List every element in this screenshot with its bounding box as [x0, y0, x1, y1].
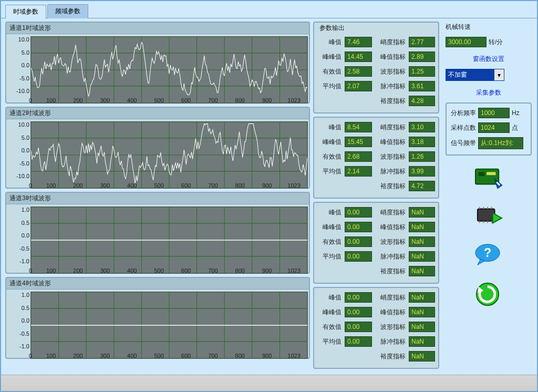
sample-points-value[interactable]: 1024: [478, 122, 510, 133]
val-ch4-rms: 0.00: [345, 322, 372, 332]
tab-time-domain[interactable]: 时域参数: [5, 5, 46, 19]
val-ch3-impulse: NaN: [409, 251, 435, 262]
yaxis-ch4: 1.00.50.0-0.5-1.0: [6, 290, 30, 358]
val-ch3-kurt: NaN: [409, 207, 435, 218]
val-ch4-kurt: NaN: [409, 292, 435, 303]
taskbar[interactable]: [1, 375, 537, 391]
analysis-freq-value[interactable]: 1000: [478, 108, 510, 118]
val-ch1-crest: 2.89: [409, 51, 435, 62]
val-ch2-rms: 2.68: [345, 151, 372, 162]
val-ch4-shape: NaN: [409, 322, 435, 332]
run-button[interactable]: [468, 201, 509, 232]
val-ch4-avg: 0.00: [345, 336, 372, 347]
refresh-icon: [472, 281, 505, 308]
val-ch2-kurt: 3.10: [409, 122, 435, 132]
save-board-icon: [472, 164, 505, 191]
val-ch4-pk2pk: 0.00: [345, 307, 372, 317]
client-area: 通道1时域波形 10.0 5.0 0.0 -5.0 -10.0: [1, 18, 537, 390]
val-ch2-impulse: 3.99: [409, 166, 435, 177]
refresh-button[interactable]: [468, 278, 509, 310]
val-ch1-avg: 2.07: [345, 81, 372, 91]
acquisition-box: 分析频率 1000 Hz 采样点数 1024 点 信号频带 从:0.1Hz到:: [446, 102, 532, 156]
val-ch3-pk2pk: 0.00: [345, 222, 372, 232]
val-ch3-peak: 0.00: [345, 207, 372, 218]
acq-heading: 采集参数: [446, 88, 532, 97]
val-ch2-shape: 1.26: [409, 151, 435, 162]
label-peak: 峰值: [318, 38, 342, 47]
plots-column: 通道1时域波形 10.0 5.0 0.0 -5.0 -10.0: [5, 22, 310, 369]
plot-panel-ch4: 通道4时域波形 1.00.50.0-0.5-1.0: [5, 277, 310, 359]
window-function-combo[interactable]: 不加窗 ▾: [446, 69, 504, 81]
xaxis-ch2: 01002003004005006007008009001023: [30, 182, 307, 189]
val-ch4-margin: NaN: [409, 351, 435, 362]
val-ch1-margin: 4.28: [409, 96, 435, 106]
plot-title-ch2: 通道2时域波形: [6, 108, 309, 119]
window-function-value: 不加窗: [446, 69, 494, 80]
xaxis-ch1: 01002003004005006007008009001023: [30, 97, 307, 104]
plot-panel-ch3: 通道3时域波形 1.00.50.0-0.5-1.0: [5, 192, 310, 274]
val-ch1-shape: 1.25: [409, 66, 435, 77]
val-ch4-impulse: NaN: [409, 336, 435, 347]
plot-canvas-ch4[interactable]: 01002003004005006007008009001023: [30, 290, 309, 358]
xaxis-ch4: 01002003004005006007008009001023: [30, 353, 307, 359]
val-ch4-crest: NaN: [409, 307, 435, 317]
val-ch3-shape: NaN: [409, 236, 435, 247]
val-ch3-margin: NaN: [409, 266, 435, 276]
label-kurt: 峭度指标: [375, 38, 406, 47]
val-ch1-kurt: 2.77: [409, 37, 435, 47]
val-ch2-avg: 2.14: [345, 166, 372, 177]
help-button[interactable]: ?: [468, 240, 509, 271]
plot-canvas-ch3[interactable]: 01002003004005006007008009001023: [30, 204, 309, 273]
plot-title-ch3: 通道3时域波形: [6, 193, 309, 204]
val-ch1-rms: 2.58: [345, 66, 372, 77]
param-box-ch4: 峰值0.00 峭度指标NaN 峰峰值0.00 峰值指标NaN 有效值0.00 波…: [313, 287, 439, 369]
plot-panel-ch2: 通道2时域波形 10.05.00.0-5.0-10.0: [5, 107, 310, 189]
chevron-down-icon[interactable]: ▾: [494, 69, 504, 80]
signal-band-label: 信号频带: [451, 139, 476, 148]
rpm-row: 机械转速: [446, 23, 532, 32]
rpm-unit: 转/分: [489, 38, 503, 47]
val-ch3-crest: NaN: [409, 222, 435, 232]
params-column: 参数输出 峰值7.46 峭度指标2.77 峰峰值14.45 峰值指标2.89 有…: [313, 22, 439, 369]
svg-text:?: ?: [484, 246, 491, 260]
rpm-value[interactable]: 3000.00: [446, 37, 487, 47]
val-ch3-rms: 0.00: [345, 236, 372, 247]
val-ch1-peak: 7.46: [345, 37, 372, 47]
plot-title-ch1: 通道1时域波形: [6, 23, 309, 34]
yaxis-ch3: 1.00.50.0-0.5-1.0: [6, 204, 30, 273]
tab-freq-domain[interactable]: 频域参数: [47, 4, 88, 18]
plot-canvas-ch1[interactable]: 01002003004005006007008009001023: [30, 34, 309, 102]
save-data-button[interactable]: [468, 162, 509, 193]
tab-bar: 时域参数 频域参数: [5, 4, 537, 18]
window-function-heading: 窗函数设置: [446, 55, 532, 64]
svg-rect-68: [487, 172, 495, 175]
signal-band-value: 从:0.1Hz到:: [478, 137, 523, 149]
val-ch2-crest: 3.18: [409, 137, 435, 147]
sample-points-label: 采样点数: [451, 123, 476, 132]
val-ch2-peak: 8.54: [345, 122, 372, 132]
chip-play-icon: [472, 203, 505, 230]
plot-canvas-ch2[interactable]: 01002003004005006007008009001023: [30, 119, 309, 188]
analysis-freq-label: 分析频率: [451, 109, 476, 118]
param-box-ch3: 峰值0.00 峭度指标NaN 峰峰值0.00 峰值指标NaN 有效值0.00 波…: [313, 202, 439, 284]
app-window: 时域参数 频域参数 通道1时域波形 10.0 5.0 0.0 -5.0 -10.…: [0, 0, 538, 392]
svg-marker-78: [493, 213, 502, 223]
val-ch2-pk2pk: 15.45: [345, 137, 372, 147]
svg-rect-69: [478, 209, 495, 221]
plot-panel-ch1: 通道1时域波形 10.0 5.0 0.0 -5.0 -10.0: [5, 22, 310, 104]
plot-title-ch4: 通道4时域波形: [6, 278, 309, 290]
help-bubble-icon: ?: [472, 242, 505, 269]
yaxis-ch1: 10.0 5.0 0.0 -5.0 -10.0: [6, 34, 30, 102]
val-ch2-margin: 4.72: [409, 181, 435, 191]
val-ch1-impulse: 3.61: [409, 81, 435, 91]
points-unit: 点: [512, 123, 518, 132]
rpm-label: 机械转速: [446, 23, 471, 32]
svg-rect-67: [479, 172, 485, 176]
param-box-ch2: 峰值8.54 峭度指标3.10 峰峰值15.45 峰值指标3.18 有效值2.6…: [313, 117, 439, 199]
param-box-ch1: 参数输出 峰值7.46 峭度指标2.77 峰峰值14.45 峰值指标2.89 有…: [313, 22, 439, 114]
val-ch3-avg: 0.00: [345, 251, 372, 262]
param-output-title: 参数输出: [319, 24, 434, 33]
val-ch1-pk2pk: 14.45: [345, 51, 372, 62]
yaxis-ch2: 10.05.00.0-5.0-10.0: [6, 119, 30, 188]
hz-unit: Hz: [512, 109, 520, 117]
